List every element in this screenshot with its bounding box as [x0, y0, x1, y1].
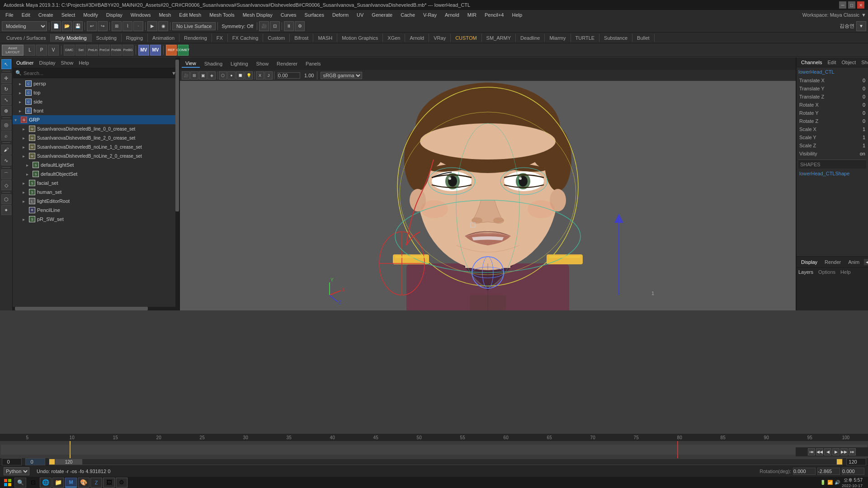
menu-modify[interactable]: Modify — [80, 11, 101, 19]
render-tool-btn[interactable]: ⬡ — [1, 194, 11, 204]
vray-icon-btn[interactable]: V — [48, 45, 59, 56]
taskbar-misc-btn[interactable]: ⚙ — [116, 478, 127, 488]
menu-edit-mesh[interactable]: Edit Mesh — [175, 11, 205, 19]
mod-tab-bifrost[interactable]: Bifrost — [290, 34, 313, 42]
cb-rotate-z[interactable]: Rotate Z 0 — [798, 117, 866, 125]
menu-display[interactable]: Display — [103, 11, 126, 19]
lasso-tool-btn[interactable]: ⌕ — [1, 131, 11, 141]
vp-wireframe-btn[interactable]: ⬡ — [219, 71, 227, 80]
pb-prev-frame[interactable]: ◀ — [824, 448, 831, 455]
pre-col-btn[interactable]: PreCol — [99, 45, 110, 56]
pb-jump-start[interactable]: ⏮ — [808, 448, 815, 455]
vp-light-btn[interactable]: 💡 — [245, 71, 253, 80]
create-poly-btn[interactable]: ◇ — [1, 180, 11, 190]
snap-grid-button[interactable]: ⊞ — [112, 21, 122, 31]
new-scene-button[interactable]: 📄 — [51, 21, 61, 31]
tree-item-crease3[interactable]: ▸ M SusanIvanovaDisheveledB_noLine_1_0_c… — [13, 142, 179, 151]
sculpt-tool-btn[interactable]: ∿ — [1, 155, 11, 165]
tree-item-human-set[interactable]: ▸ S human_set — [13, 188, 179, 197]
menu-generate[interactable]: Generate — [368, 11, 396, 19]
pre-ma-btn[interactable]: PreMA — [111, 45, 122, 56]
undo-button[interactable]: ↩ — [87, 21, 97, 31]
menu-uv[interactable]: UV — [353, 11, 367, 19]
timeline-range-end[interactable] — [837, 459, 842, 465]
paint-tool-btn[interactable]: 🖌 — [1, 145, 11, 155]
outliner-tab-display[interactable]: Display — [39, 60, 56, 66]
pb-play-forward-fast[interactable]: ▶▶ — [840, 448, 848, 455]
settings-button[interactable]: ⚙ — [295, 21, 305, 31]
outliner-tab-show[interactable]: Show — [61, 60, 74, 66]
menu-pencil4[interactable]: Pencil+4 — [481, 11, 508, 19]
menu-arnold[interactable]: Arnold — [441, 11, 463, 19]
menu-deform[interactable]: Deform — [329, 11, 352, 19]
mod-tab-curves-surfaces[interactable]: Curves / Surfaces — [2, 34, 51, 42]
move-tool-btn[interactable]: ✛ — [1, 73, 11, 83]
timeline-end-frame[interactable] — [846, 458, 866, 465]
close-button[interactable]: ✕ — [857, 1, 864, 9]
rotate-tool-btn[interactable]: ↻ — [1, 84, 11, 94]
rotation-x-input[interactable] — [793, 468, 816, 475]
rotation-y-input[interactable] — [817, 468, 840, 475]
tree-item-top[interactable]: ▸ C top — [13, 88, 179, 97]
layout-btn[interactable]: L — [24, 45, 35, 56]
taskbar-explorer-btn[interactable]: 📁 — [52, 478, 64, 488]
select-tool-btn[interactable]: ↖ — [1, 59, 11, 69]
redo-button[interactable]: ↪ — [98, 21, 108, 31]
mod-tab-motion-graphics[interactable]: Motion Graphics — [337, 34, 383, 42]
camera-button[interactable]: 🎥 — [259, 21, 269, 31]
menu-curves[interactable]: Curves — [277, 11, 300, 19]
menu-mir[interactable]: MIR — [464, 11, 480, 19]
timeline-start-frame[interactable] — [2, 458, 22, 465]
mod-tab-turtle[interactable]: TURTLE — [571, 34, 600, 42]
open-scene-button[interactable]: 📂 — [62, 21, 72, 31]
cb-scale-x[interactable]: Scale X 1 — [798, 125, 866, 133]
mod-tab-sculpting[interactable]: Sculpting — [92, 34, 122, 42]
menu-edit[interactable]: Edit — [18, 11, 34, 19]
vp-comp-btn[interactable]: ◈ — [208, 71, 216, 80]
menu-vray[interactable]: V-Ray — [420, 11, 440, 19]
frame-input[interactable] — [278, 72, 300, 79]
mod-tab-arnold[interactable]: Arnold — [405, 34, 429, 42]
vp-tab-renderer[interactable]: Renderer — [273, 60, 301, 67]
timeline-range-start[interactable] — [49, 459, 55, 465]
soft-select-btn[interactable]: ◎ — [1, 120, 11, 130]
tree-item-pr-sw-set[interactable]: ▸ S pR_SW_set — [13, 215, 179, 224]
options-tab[interactable]: Options — [818, 269, 835, 275]
vp-tab-shading[interactable]: Shading — [201, 60, 226, 67]
proxy-btn[interactable]: P — [36, 45, 47, 56]
tree-item-crease4[interactable]: ▸ M SusanIvanovaDisheveledB_noLine_2_0_c… — [13, 151, 179, 160]
menu-mesh[interactable]: Mesh — [155, 11, 175, 19]
taskbar-zbrush-btn[interactable]: Z — [90, 478, 102, 488]
mod-tab-bullet[interactable]: Bullet — [632, 34, 655, 42]
grid-button[interactable]: ⊡ — [270, 21, 280, 31]
menu-windows[interactable]: Windows — [127, 11, 155, 19]
pb-jump-end[interactable]: ⏭ — [849, 448, 856, 455]
mv-btn2[interactable]: MV — [150, 45, 161, 56]
menu-help[interactable]: Help — [508, 11, 526, 19]
taskbar-substance-btn[interactable]: 🎨 — [78, 478, 90, 488]
help-tab[interactable]: Help — [840, 269, 851, 275]
pre-lin-btn[interactable]: PreLin — [87, 45, 98, 56]
tree-item-pencil-line[interactable]: ⊕ PencilLine — [13, 206, 179, 215]
start-button[interactable] — [2, 478, 14, 488]
asset-layout-btn[interactable]: AssetLAYOUT — [2, 45, 24, 56]
task-view-button[interactable]: ⊡ — [27, 478, 39, 488]
menu-mesh-tools[interactable]: Mesh Tools — [206, 11, 238, 19]
vp-xray-btn[interactable]: X — [256, 71, 264, 80]
ipr-button[interactable]: ◉ — [158, 21, 168, 31]
tree-item-crease1[interactable]: ▸ M SusanIvanovaDisheveledB_line_0_0_cre… — [13, 124, 179, 133]
cb-translate-z[interactable]: Translate Z 0 — [798, 93, 866, 101]
mod-tab-rigging[interactable]: Rigging — [122, 34, 148, 42]
pb-play-forward[interactable]: ▶ — [832, 448, 840, 455]
cb-shape-name[interactable]: lowerHead_CTLShape — [798, 169, 866, 178]
mod-tab-vray[interactable]: VRay — [429, 34, 451, 42]
cb-tab-object[interactable]: Object — [839, 59, 859, 66]
vp-select-mask[interactable]: ▣ — [199, 71, 207, 80]
outliner-hscrollbar[interactable] — [13, 307, 179, 310]
gamma-select[interactable]: sRGB gamma — [321, 72, 362, 79]
timeline-current-frame[interactable] — [25, 458, 45, 465]
menu-mesh-display[interactable]: Mesh Display — [239, 11, 276, 19]
tree-item-crease2[interactable]: ▸ M SusanIvanovaDisheveledB_line_2_0_cre… — [13, 133, 179, 142]
maximize-button[interactable]: □ — [848, 1, 855, 9]
cb-visibility[interactable]: Visibility on — [798, 150, 866, 158]
